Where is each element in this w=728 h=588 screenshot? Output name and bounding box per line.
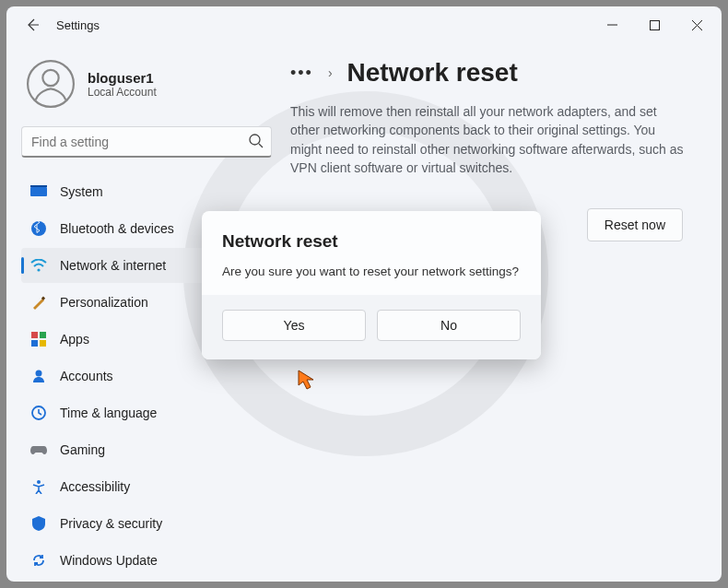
- svg-point-8: [250, 135, 260, 145]
- page-description: This will remove then reinstall all your…: [290, 102, 687, 177]
- minimize-icon: [607, 20, 617, 30]
- sidebar-item-label: Windows Update: [60, 553, 158, 568]
- window-controls: [591, 10, 718, 40]
- sidebar-item-accounts[interactable]: Accounts: [21, 359, 272, 394]
- sidebar-item-label: Gaming: [60, 442, 105, 457]
- user-row[interactable]: bloguser1 Local Account: [21, 43, 272, 126]
- sidebar-item-gaming[interactable]: Gaming: [21, 432, 272, 467]
- network-icon: [30, 257, 47, 274]
- dialog-message: Are you sure you want to reset your netw…: [222, 265, 521, 278]
- sidebar-item-label: Accessibility: [60, 479, 130, 494]
- sidebar-item-update[interactable]: Windows Update: [21, 543, 272, 578]
- page-title: Network reset: [347, 58, 518, 88]
- app-title: Settings: [56, 18, 100, 32]
- svg-rect-15: [31, 332, 38, 338]
- gaming-icon: [30, 441, 47, 458]
- svg-line-9: [259, 144, 263, 147]
- maximize-icon: [650, 20, 660, 30]
- sidebar-item-accessibility[interactable]: Accessibility: [21, 469, 272, 504]
- accessibility-icon: [30, 478, 47, 495]
- update-icon: [30, 552, 47, 569]
- user-name: bloguser1: [88, 70, 157, 86]
- search-input[interactable]: [21, 126, 272, 158]
- back-icon: [25, 18, 40, 32]
- sidebar-item-label: Time & language: [60, 406, 157, 420]
- personalization-icon: [30, 294, 47, 311]
- settings-window: PC Settings bloguser1 Local Account: [6, 6, 722, 582]
- svg-rect-16: [40, 332, 46, 338]
- accounts-icon: [30, 368, 47, 384]
- back-button[interactable]: [18, 10, 47, 40]
- system-icon: [30, 183, 47, 200]
- yes-button[interactable]: Yes: [222, 310, 366, 341]
- minimize-button[interactable]: [591, 10, 633, 40]
- sidebar-item-label: Network & internet: [60, 258, 166, 273]
- svg-rect-17: [31, 340, 38, 347]
- close-button[interactable]: [675, 10, 718, 40]
- sidebar-item-system[interactable]: System: [21, 174, 272, 209]
- sidebar-item-label: Personalization: [60, 295, 148, 310]
- svg-rect-11: [30, 185, 47, 187]
- sidebar-item-label: Privacy & security: [60, 516, 162, 531]
- svg-point-19: [36, 370, 42, 377]
- search-container: [21, 126, 272, 158]
- svg-point-7: [42, 70, 58, 86]
- sidebar-item-label: Apps: [60, 332, 89, 347]
- svg-point-13: [37, 268, 40, 271]
- avatar-icon: [27, 60, 75, 108]
- sidebar-item-label: Bluetooth & devices: [60, 221, 174, 236]
- maximize-button[interactable]: [633, 10, 675, 40]
- svg-point-21: [37, 480, 41, 484]
- network-reset-dialog: Network reset Are you sure you want to r…: [202, 211, 541, 359]
- no-button[interactable]: No: [377, 310, 521, 341]
- apps-icon: [30, 331, 47, 347]
- reset-now-button[interactable]: Reset now: [587, 208, 683, 241]
- svg-rect-18: [40, 340, 46, 347]
- user-account-type: Local Account: [88, 86, 157, 99]
- time-icon: [30, 405, 47, 421]
- chevron-right-icon: ›: [328, 65, 333, 80]
- sidebar-item-time[interactable]: Time & language: [21, 395, 272, 430]
- privacy-icon: [30, 515, 47, 532]
- search-icon: [248, 133, 264, 149]
- breadcrumb-more[interactable]: •••: [290, 64, 313, 83]
- titlebar: Settings: [6, 6, 722, 43]
- svg-rect-3: [650, 20, 659, 29]
- close-icon: [692, 20, 702, 30]
- sidebar-item-label: Accounts: [60, 369, 113, 383]
- dialog-title: Network reset: [222, 231, 521, 252]
- svg-rect-10: [30, 187, 47, 196]
- svg-point-6: [28, 61, 74, 107]
- sidebar-item-label: System: [60, 184, 103, 199]
- bluetooth-icon: [30, 220, 47, 237]
- breadcrumb: ••• › Network reset: [290, 58, 688, 88]
- sidebar-item-privacy[interactable]: Privacy & security: [21, 506, 272, 541]
